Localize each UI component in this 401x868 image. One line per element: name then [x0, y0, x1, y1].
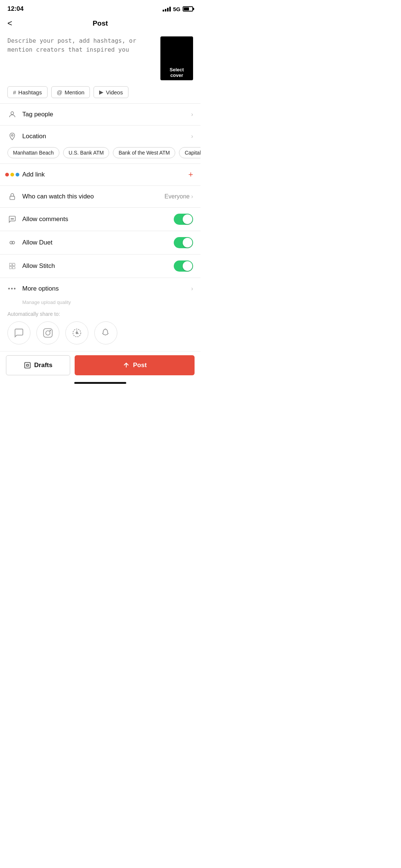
svg-rect-10 — [10, 266, 12, 269]
hash-icon: # — [13, 89, 16, 95]
instagram-share-icon[interactable] — [36, 321, 59, 344]
toggle-knob — [183, 214, 192, 224]
svg-rect-12 — [43, 328, 52, 337]
home-indicator — [0, 379, 200, 385]
dot-yellow — [10, 173, 14, 176]
cover-thumbnail[interactable]: Select cover — [160, 36, 193, 80]
allow-comments-row[interactable]: Allow comments — [0, 208, 200, 231]
mention-label: Mention — [65, 89, 84, 95]
messages-share-icon[interactable] — [7, 321, 30, 344]
chevron-icon: › — [191, 285, 193, 292]
bottom-bar: Drafts Post — [0, 351, 200, 379]
allow-comments-toggle[interactable] — [174, 214, 193, 225]
hashtags-label: Hashtags — [18, 89, 42, 95]
tag-people-right: › — [191, 111, 193, 118]
location-chip-capital[interactable]: Capital O... — [179, 147, 200, 158]
everyone-value: Everyone — [164, 193, 190, 200]
chevron-icon: › — [191, 133, 193, 140]
status-icons: 5G — [163, 6, 193, 12]
share-icons-row — [7, 321, 193, 344]
location-chip-manhattan[interactable]: Manhattan Beach — [7, 147, 59, 158]
top-nav: < Post — [0, 16, 200, 32]
allow-stitch-toggle[interactable] — [174, 260, 193, 272]
drafts-button[interactable]: Drafts — [6, 355, 70, 375]
dot-red — [5, 173, 9, 176]
svg-point-4 — [12, 218, 13, 219]
who-can-watch-row[interactable]: Who can watch this video Everyone › — [0, 186, 200, 207]
allow-duet-toggle[interactable] — [174, 237, 193, 248]
allow-duet-row[interactable]: Allow Duet — [0, 231, 200, 254]
svg-rect-8 — [10, 263, 12, 266]
allow-duet-label: Allow Duet — [22, 239, 169, 246]
chevron-icon: › — [191, 193, 193, 200]
post-area: Select cover — [0, 32, 200, 86]
status-bar: 12:04 5G — [0, 0, 200, 16]
allow-comments-label: Allow comments — [22, 216, 169, 223]
description-input[interactable] — [7, 36, 155, 74]
snapchat-share-icon[interactable] — [94, 321, 117, 344]
battery-icon — [183, 6, 193, 12]
post-button[interactable]: Post — [75, 355, 195, 375]
share-section: Automatically share to: — [0, 307, 200, 350]
svg-point-14 — [50, 330, 50, 331]
add-plus-icon: + — [188, 170, 193, 179]
status-time: 12:04 — [7, 5, 23, 13]
page-title: Post — [92, 19, 108, 27]
videos-pill[interactable]: ▶ Videos — [94, 86, 128, 98]
svg-point-3 — [11, 218, 12, 219]
tiktok-share-icon[interactable] — [65, 321, 88, 344]
duet-icon — [7, 238, 17, 247]
more-options-row[interactable]: ••• More options › — [0, 278, 200, 299]
tag-pills-row: # Hashtags @ Mention ▶ Videos — [0, 86, 200, 103]
post-label: Post — [133, 362, 147, 369]
more-options-label: More options — [22, 285, 186, 292]
location-chip-bankwest[interactable]: Bank of the West ATM — [113, 147, 175, 158]
svg-point-0 — [11, 112, 13, 114]
tag-people-row[interactable]: Tag people › — [0, 104, 200, 125]
toggle-knob — [183, 238, 192, 247]
svg-point-18 — [76, 332, 78, 334]
location-chips: Manhattan Beach U.S. Bank ATM Bank of th… — [0, 147, 200, 163]
cover-label: Select cover — [160, 65, 193, 80]
location-icon — [7, 132, 17, 141]
link-icon — [7, 170, 17, 179]
chevron-icon: › — [191, 111, 193, 118]
more-options-icon: ••• — [7, 284, 17, 294]
comment-icon — [7, 214, 17, 224]
svg-rect-2 — [10, 196, 15, 200]
mention-pill[interactable]: @ Mention — [51, 86, 90, 98]
location-chip-usbank[interactable]: U.S. Bank ATM — [63, 147, 110, 158]
allow-stitch-label: Allow Stitch — [22, 262, 169, 270]
svg-rect-9 — [13, 263, 15, 266]
at-icon: @ — [57, 89, 62, 95]
svg-point-1 — [12, 135, 13, 136]
home-bar — [74, 382, 126, 384]
location-label: Location — [22, 133, 186, 140]
toggle-knob — [183, 261, 192, 271]
svg-point-13 — [46, 331, 50, 335]
add-link-row[interactable]: Add link + — [0, 164, 200, 185]
who-can-watch-label: Who can watch this video — [22, 193, 159, 200]
stitch-icon — [7, 261, 17, 271]
who-can-watch-right: Everyone › — [164, 193, 193, 200]
back-button[interactable]: < — [7, 19, 12, 28]
signal-icon — [163, 6, 171, 12]
location-row[interactable]: Location › — [0, 126, 200, 147]
add-link-label: Add link — [22, 171, 183, 178]
network-label: 5G — [173, 6, 180, 12]
share-label: Automatically share to: — [7, 311, 193, 317]
person-icon — [7, 110, 17, 119]
hashtags-pill[interactable]: # Hashtags — [7, 86, 48, 98]
play-icon: ▶ — [99, 89, 104, 95]
videos-label: Videos — [106, 89, 123, 95]
lock-icon — [7, 192, 17, 201]
svg-rect-19 — [25, 363, 30, 368]
ellipsis-icon: ••• — [8, 285, 17, 292]
location-right: › — [191, 133, 193, 140]
svg-rect-11 — [13, 266, 15, 269]
svg-point-5 — [13, 218, 14, 219]
colorful-dots — [5, 173, 19, 176]
allow-stitch-row[interactable]: Allow Stitch — [0, 255, 200, 278]
dot-blue — [16, 173, 19, 176]
manage-upload-text: Manage upload quality — [0, 299, 200, 307]
